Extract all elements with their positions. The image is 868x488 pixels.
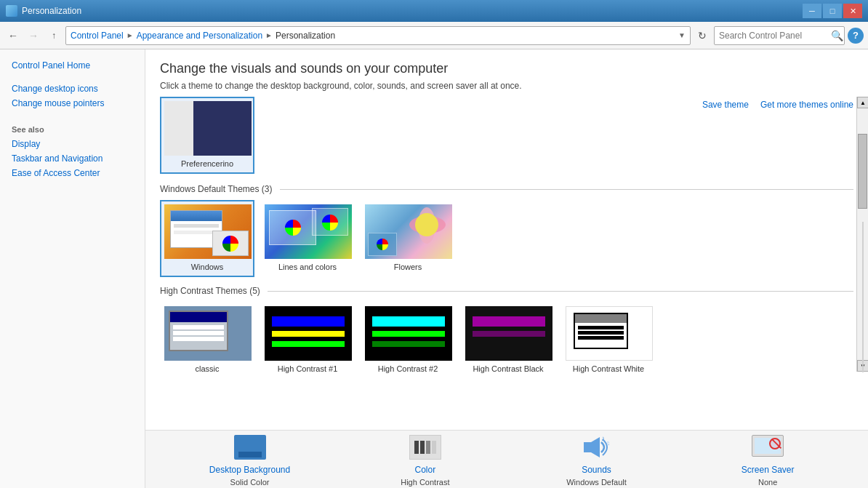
desktop-bg-sub: Solid Color	[230, 478, 270, 487]
toolbar-item-color[interactable]: Color High Contrast	[389, 433, 462, 487]
theme-actions: Save theme Get more themes online	[702, 97, 853, 110]
screensaver-label: Screen Saver	[742, 465, 795, 475]
theme-item-flowers[interactable]: Flowers	[361, 200, 455, 277]
theme-item-classic[interactable]: classic	[160, 302, 254, 379]
toolbar-item-sounds[interactable]: ♪ ♫ Sounds Windows Default	[560, 433, 633, 487]
breadcrumb-control-panel[interactable]: Control Panel	[71, 31, 124, 41]
svg-text:♪: ♪	[601, 435, 605, 442]
main-layout: Control Panel Home Change desktop icons …	[0, 49, 868, 488]
current-theme-section: Preferencerino Save theme Get more theme…	[160, 97, 853, 178]
bottom-toolbar: Desktop Background Solid Color Color	[145, 430, 868, 488]
breadcrumb-appearance[interactable]: Appearance and Personalization	[137, 31, 262, 41]
theme-preview-hc-white	[566, 306, 653, 361]
theme-preview-hc2	[365, 306, 452, 361]
current-theme-name: Preferencerino	[164, 158, 250, 169]
theme-preview-lines	[265, 204, 352, 259]
sidebar-link-ease-of-access[interactable]: Ease of Access Center	[0, 166, 145, 180]
title-bar: Personalization ─ □ ✕	[0, 0, 868, 22]
high-contrast-label: High Contrast Themes (5)	[160, 286, 260, 296]
scrollbar[interactable]: ▲ ▼	[856, 97, 868, 372]
theme-name-windows: Windows	[164, 261, 250, 273]
sidebar-link-control-panel-home[interactable]: Control Panel Home	[0, 58, 145, 73]
content-area: Change the visuals and sounds on your co…	[145, 49, 868, 488]
search-icon[interactable]: 🔍	[831, 30, 843, 41]
current-theme-preview	[164, 101, 252, 156]
theme-item-lines[interactable]: Lines and colors	[260, 200, 355, 277]
back-button[interactable]: ←	[4, 27, 22, 44]
theme-name-lines: Lines and colors	[265, 261, 350, 273]
address-bar: ← → ↑ Control Panel ► Appearance and Per…	[0, 22, 868, 49]
close-button[interactable]: ✕	[843, 4, 862, 18]
sounds-sub: Windows Default	[566, 478, 627, 487]
high-contrast-divider: High Contrast Themes (5)	[160, 286, 853, 296]
theme-name-classic: classic	[164, 363, 250, 375]
scroll-up-button[interactable]: ▲	[857, 97, 868, 108]
theme-item-hc1[interactable]: High Contrast #1	[260, 302, 355, 379]
desktop-bg-label: Desktop Background	[209, 465, 290, 475]
theme-item-hc-white[interactable]: High Contrast White	[561, 302, 656, 379]
themes-scroll-wrapper: ▲ ▼ Preferencerino	[145, 97, 868, 430]
current-theme-item[interactable]: Preferencerino	[160, 97, 254, 174]
sidebar-link-display[interactable]: Display	[0, 137, 145, 151]
toolbar-item-desktop-bg[interactable]: Desktop Background Solid Color	[209, 433, 290, 487]
desktop-bg-icon	[233, 433, 268, 462]
title-bar-buttons: ─ □ ✕	[803, 4, 862, 18]
svg-rect-0	[584, 442, 591, 452]
search-input[interactable]	[719, 31, 828, 41]
scroll-grip	[862, 222, 864, 373]
theme-name-flowers: Flowers	[365, 261, 451, 273]
screensaver-sub: None	[758, 478, 777, 487]
theme-preview-flowers	[365, 204, 452, 259]
breadcrumb-bar: Control Panel ► Appearance and Personali…	[65, 26, 691, 45]
sounds-label: Sounds	[582, 465, 611, 475]
color-icon	[408, 433, 443, 462]
theme-item-windows[interactable]: Windows	[160, 200, 254, 277]
content-header: Change the visuals and sounds on your co…	[145, 49, 868, 97]
theme-name-hc-black: High Contrast Black	[465, 363, 551, 375]
app-icon	[6, 5, 17, 17]
window-title: Personalization	[22, 6, 81, 16]
theme-item-hc-black[interactable]: High Contrast Black	[461, 302, 555, 379]
toolbar-item-screensaver[interactable]: Screen Saver None	[731, 433, 804, 487]
color-sub: High Contrast	[401, 478, 449, 487]
hc-themes-grid: classic High Contrast #1	[160, 302, 853, 379]
see-also-title: See also	[0, 122, 145, 137]
maximize-button[interactable]: □	[823, 4, 842, 18]
sounds-icon: ♪ ♫	[579, 433, 614, 462]
theme-preview-classic	[164, 306, 252, 361]
svg-text:♫: ♫	[606, 440, 610, 447]
windows-themes-grid: Windows Li	[160, 200, 853, 277]
theme-name-hc1: High Contrast #1	[265, 363, 350, 375]
help-button[interactable]: ?	[848, 28, 864, 44]
windows-default-divider: Windows Default Themes (3)	[160, 184, 853, 194]
inner-scroll[interactable]: Preferencerino Save theme Get more theme…	[145, 97, 868, 430]
windows-default-label: Windows Default Themes (3)	[160, 184, 273, 194]
theme-name-hc-white: High Contrast White	[566, 363, 651, 375]
page-subtitle: Click a theme to change the desktop back…	[160, 81, 853, 91]
color-label: Color	[415, 465, 436, 475]
save-theme-link[interactable]: Save theme	[702, 100, 749, 110]
screensaver-icon	[750, 433, 785, 462]
sidebar-link-desktop-icons[interactable]: Change desktop icons	[0, 81, 145, 96]
theme-name-hc2: High Contrast #2	[365, 363, 451, 375]
breadcrumb-current: Personalization	[276, 31, 335, 41]
get-more-themes-link[interactable]: Get more themes online	[760, 100, 853, 110]
themes-area: ▲ ▼ Preferencerino	[145, 97, 868, 488]
sidebar-link-mouse-pointers[interactable]: Change mouse pointers	[0, 96, 145, 111]
theme-item-hc2[interactable]: High Contrast #2	[361, 302, 455, 379]
theme-preview-hc1	[265, 306, 352, 361]
scroll-track	[857, 108, 868, 360]
svg-marker-1	[591, 437, 600, 457]
sidebar-link-taskbar[interactable]: Taskbar and Navigation	[0, 151, 145, 166]
theme-preview-hc-black	[465, 306, 552, 361]
up-button[interactable]: ↑	[45, 27, 63, 44]
minimize-button[interactable]: ─	[803, 4, 821, 18]
search-box: 🔍	[714, 26, 845, 45]
page-title: Change the visuals and sounds on your co…	[160, 61, 853, 76]
sounds-svg: ♪ ♫	[581, 435, 613, 460]
forward-button[interactable]: →	[25, 27, 42, 44]
scroll-thumb[interactable]	[858, 134, 867, 209]
theme-preview-windows	[164, 204, 252, 259]
refresh-button[interactable]: ↻	[694, 27, 711, 44]
sidebar: Control Panel Home Change desktop icons …	[0, 49, 145, 488]
